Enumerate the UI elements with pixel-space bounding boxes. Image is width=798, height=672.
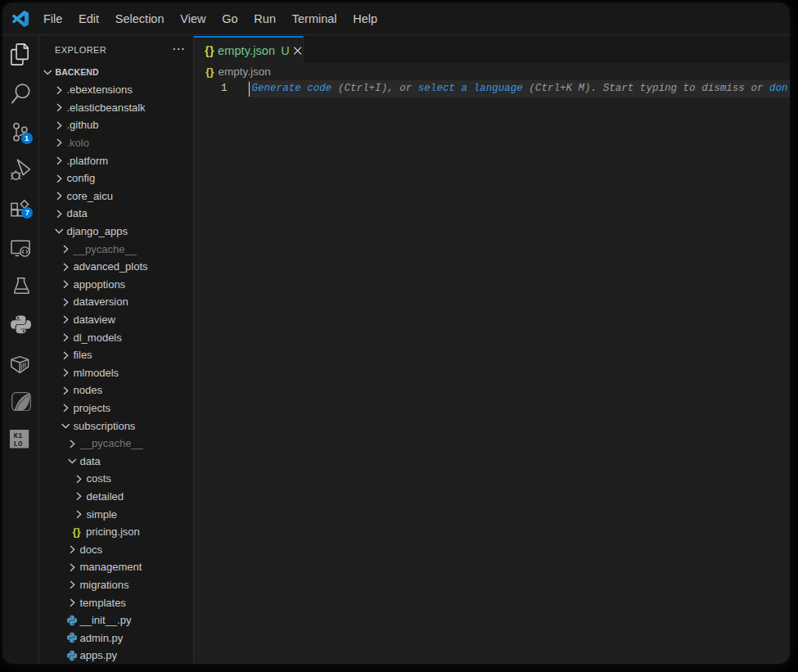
svg-text:LO: LO	[14, 440, 23, 449]
